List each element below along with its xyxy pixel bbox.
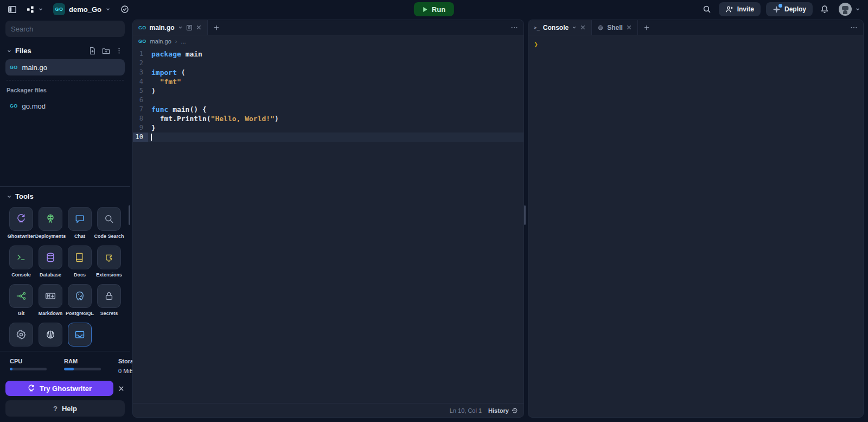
chevron-down-icon[interactable] bbox=[178, 25, 183, 30]
invite-button[interactable]: Invite bbox=[719, 2, 761, 16]
docs-icon bbox=[68, 245, 92, 269]
code-line-4[interactable]: 4 "fmt" bbox=[133, 77, 524, 86]
tab-label: Console bbox=[543, 24, 569, 32]
split-pane-icon[interactable] bbox=[186, 24, 193, 31]
chevron-down-icon bbox=[7, 194, 12, 199]
search-input[interactable] bbox=[11, 25, 119, 33]
notifications-bell-icon[interactable] bbox=[818, 3, 831, 16]
close-tab-icon[interactable] bbox=[626, 24, 632, 30]
code-line-3[interactable]: 3import ( bbox=[133, 68, 524, 77]
new-tab-icon[interactable] bbox=[208, 24, 225, 31]
code-line-2[interactable]: 2 bbox=[133, 59, 524, 68]
deploy-notification-dot bbox=[778, 4, 782, 8]
file-name: main.go bbox=[22, 64, 47, 72]
tool-ghostwriter[interactable]: Ghostwriter bbox=[7, 207, 35, 239]
tool-settings[interactable] bbox=[7, 323, 35, 347]
help-label: Help bbox=[62, 405, 77, 413]
tool-git[interactable]: Git bbox=[7, 284, 35, 316]
console-tab-bar: >_ Console Shell bbox=[528, 20, 863, 35]
tool-label: Deployments bbox=[35, 234, 66, 239]
close-tab-icon[interactable] bbox=[196, 24, 202, 30]
chevron-down-icon bbox=[855, 7, 860, 12]
code-line-7[interactable]: 7func main() { bbox=[133, 105, 524, 114]
tool-console[interactable]: Console bbox=[7, 245, 35, 278]
code-text: import ( bbox=[148, 68, 186, 77]
line-number: 7 bbox=[133, 105, 148, 114]
tool-markdown[interactable]: Markdown bbox=[36, 284, 65, 316]
sidebar-resize-handle[interactable] bbox=[129, 205, 130, 225]
code-line-1[interactable]: 1package main bbox=[133, 49, 524, 59]
new-folder-icon[interactable] bbox=[101, 46, 111, 56]
files-menu-kebab-icon[interactable] bbox=[114, 46, 124, 55]
file-item-go-mod[interactable]: GO go.mod bbox=[5, 98, 125, 114]
tab-console[interactable]: >_ Console bbox=[528, 20, 592, 35]
tool-label: Ghostwriter bbox=[8, 234, 35, 239]
saved-status-icon[interactable] bbox=[118, 3, 131, 16]
console-output[interactable]: ❯ bbox=[528, 35, 863, 417]
tool-code-search[interactable]: Code Search bbox=[95, 207, 123, 239]
files-section-header[interactable]: Files bbox=[5, 42, 125, 59]
ram-label: RAM bbox=[64, 358, 101, 364]
tool-label: Console bbox=[11, 272, 31, 278]
run-button[interactable]: Run bbox=[414, 2, 454, 16]
editor-options-ellipsis-icon[interactable] bbox=[505, 24, 524, 32]
console-options-ellipsis-icon[interactable] bbox=[845, 24, 863, 32]
tool-output[interactable] bbox=[66, 323, 94, 347]
search-icon[interactable] bbox=[700, 3, 713, 16]
tool-deployments[interactable]: Deployments bbox=[36, 207, 65, 239]
editor-status-bar: Ln 10, Col 1 History bbox=[133, 403, 524, 417]
tool-label: Git bbox=[18, 311, 25, 316]
code-line-10[interactable]: 10 bbox=[133, 133, 524, 142]
dismiss-ghostwriter-icon[interactable] bbox=[118, 385, 125, 392]
text-cursor bbox=[151, 134, 152, 141]
sidebar-toggle-icon[interactable] bbox=[5, 3, 19, 16]
code-line-6[interactable]: 6 bbox=[133, 96, 524, 105]
replit-workspace: GO demo_Go Run bbox=[0, 0, 868, 422]
code-text: "fmt" bbox=[148, 77, 181, 86]
new-file-icon[interactable] bbox=[87, 46, 98, 56]
file-name: go.mod bbox=[22, 102, 46, 110]
go-file-icon: GO bbox=[10, 103, 18, 109]
tool-extensions[interactable]: Extensions bbox=[95, 245, 123, 278]
go-file-icon: GO bbox=[10, 65, 18, 70]
invite-person-icon bbox=[725, 5, 733, 14]
cpu-meter: CPU bbox=[10, 358, 47, 370]
go-file-icon: GO bbox=[138, 39, 146, 44]
line-number: 9 bbox=[133, 123, 148, 133]
deploy-button[interactable]: Deploy bbox=[766, 2, 813, 16]
code-line-9[interactable]: 9} bbox=[133, 123, 524, 133]
breadcrumb-more[interactable]: ... bbox=[181, 38, 186, 45]
code-line-8[interactable]: 8 fmt.Println("Hello, World!") bbox=[133, 114, 524, 123]
tool-label: Database bbox=[40, 272, 61, 278]
history-button[interactable]: History bbox=[488, 407, 518, 414]
new-tab-icon[interactable] bbox=[638, 24, 655, 31]
ghostwriter-quill-icon bbox=[27, 385, 35, 393]
line-number: 6 bbox=[133, 96, 148, 105]
account-menu[interactable] bbox=[837, 1, 863, 18]
tool-postgresql[interactable]: PostgreSQL bbox=[66, 284, 94, 316]
tool-secrets[interactable]: Secrets bbox=[95, 284, 123, 316]
tool-docs[interactable]: Docs bbox=[66, 245, 94, 278]
help-button[interactable]: ? Help bbox=[5, 400, 125, 417]
tools-section-header[interactable]: Tools bbox=[5, 189, 125, 204]
file-item-main-go[interactable]: GO main.go bbox=[5, 59, 125, 75]
tab-label: Shell bbox=[607, 24, 623, 32]
chevron-down-icon[interactable] bbox=[572, 25, 577, 30]
tool-shell[interactable] bbox=[36, 323, 65, 347]
project-switcher[interactable]: GO demo_Go bbox=[51, 1, 113, 17]
apps-menu-button[interactable] bbox=[24, 3, 46, 16]
pane-resize-handle[interactable] bbox=[524, 205, 526, 225]
try-ghostwriter-button[interactable]: Try Ghostwriter bbox=[5, 381, 113, 396]
tool-database[interactable]: Database bbox=[36, 245, 65, 278]
breadcrumb[interactable]: GO main.go › ... bbox=[133, 35, 524, 47]
code-line-5[interactable]: 5) bbox=[133, 86, 524, 96]
tab-shell[interactable]: Shell bbox=[592, 20, 638, 35]
files-title: Files bbox=[15, 47, 31, 55]
search-box[interactable] bbox=[5, 21, 125, 37]
close-tab-icon[interactable] bbox=[580, 24, 586, 30]
code-editor[interactable]: 1package main23import (4 "fmt"5)67func m… bbox=[133, 47, 524, 403]
editor-tab-main-go[interactable]: GO main.go bbox=[133, 20, 208, 35]
tool-chat[interactable]: Chat bbox=[66, 207, 94, 239]
code-text: ) bbox=[148, 86, 156, 96]
apps-icon bbox=[27, 5, 35, 14]
